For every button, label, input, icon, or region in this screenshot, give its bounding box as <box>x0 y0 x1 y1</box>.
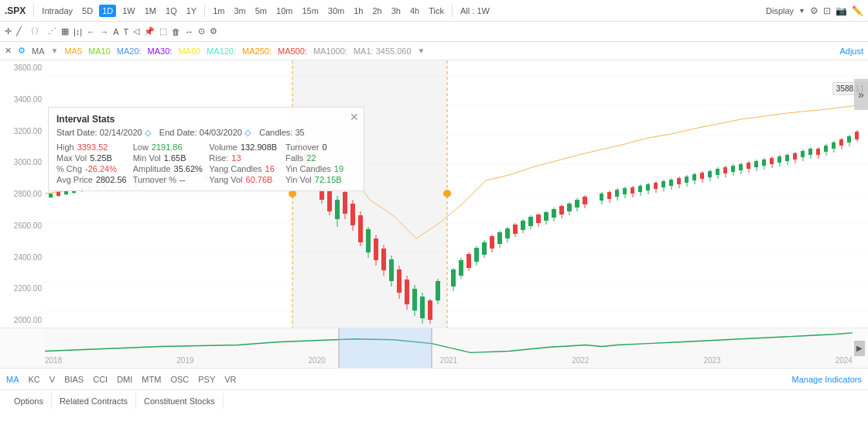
timeframe-5min[interactable]: 5m <box>252 5 270 17</box>
pin-tool[interactable]: 📌 <box>144 26 155 36</box>
timeframe-1min[interactable]: 1m <box>210 5 227 17</box>
timeframe-2h[interactable]: 2h <box>369 5 384 17</box>
nav-constituent-stocks[interactable]: Constituent Stocks <box>136 393 224 409</box>
indicator-dmi[interactable]: DMI <box>117 375 132 384</box>
svg-rect-214 <box>855 132 859 139</box>
stat-high: High 3393.52 <box>56 142 127 152</box>
mini-nav-right-arrow[interactable]: ▶ <box>854 341 865 356</box>
indicator-bias[interactable]: BIAS <box>64 375 84 384</box>
redo-icon[interactable]: → <box>100 27 108 36</box>
ma30-item[interactable]: MA30: <box>148 46 173 56</box>
mini-chart[interactable]: ◀ 2018 2019 2020 2021 2022 2023 2024 ▶ <box>0 328 868 368</box>
timeframe-5d[interactable]: 5D <box>79 5 96 17</box>
text-tool[interactable]: A <box>113 27 118 36</box>
timeframe-1d[interactable]: 1D <box>99 5 116 17</box>
timeframe-1q[interactable]: 1Q <box>162 5 180 17</box>
timeframe-30min[interactable]: 30m <box>325 5 347 17</box>
more-tool[interactable]: ↔ <box>185 27 193 36</box>
crosshair-tool[interactable]: ✛ <box>5 26 12 36</box>
svg-rect-148 <box>600 194 603 201</box>
svg-rect-208 <box>832 142 836 149</box>
manage-indicators-button[interactable]: Manage Indicators <box>792 375 863 384</box>
svg-rect-100 <box>397 269 402 293</box>
timeframe-3min[interactable]: 3m <box>231 5 248 17</box>
stat-pctchg-value: -26.24% <box>85 164 117 173</box>
range-end-dot[interactable] <box>443 190 451 197</box>
timeframe-10min[interactable]: 10m <box>273 5 296 17</box>
price-3600: 3600.00 <box>0 63 45 72</box>
timeframe-1h[interactable]: 1h <box>350 5 366 17</box>
draw-tool-2[interactable]: 〈〉 <box>26 26 43 37</box>
draw-tool-4[interactable]: ▦ <box>61 26 69 36</box>
timeframe-3h[interactable]: 3h <box>388 5 404 17</box>
timeframe-tick[interactable]: Tick <box>425 5 447 17</box>
ma-value-dropdown[interactable]: ▼ <box>418 46 425 55</box>
timeframe-4h[interactable]: 4h <box>407 5 422 17</box>
camera-icon[interactable]: 📷 <box>836 5 847 16</box>
display-button[interactable]: Display <box>766 6 794 15</box>
main-chart[interactable]: ✕ <box>45 60 868 328</box>
settings-icon[interactable]: ⚙ <box>810 5 818 16</box>
ticker-symbol[interactable]: .SPX <box>5 5 26 16</box>
year-2020: 2020 <box>309 356 326 365</box>
start-date-label: Start Date: <box>56 128 100 137</box>
ma-settings-icon[interactable]: ⚙ <box>18 46 26 56</box>
indicator-osc[interactable]: OSC <box>170 375 189 384</box>
svg-rect-130 <box>521 221 525 230</box>
stat-yang-candles-label: Yang Candles <box>209 164 261 173</box>
draw-tool-1[interactable]: ╱ <box>16 26 22 36</box>
indicator-ma[interactable]: MA <box>6 375 19 384</box>
nav-related-contracts[interactable]: Related Contracts <box>52 393 136 409</box>
indicator-kc[interactable]: KC <box>29 375 40 384</box>
ma500-item[interactable]: MA500: <box>278 46 307 56</box>
start-date-edit-icon[interactable]: ◇ <box>145 128 151 137</box>
draw-tool-5[interactable]: |↕| <box>73 27 82 36</box>
svg-rect-172 <box>692 174 696 180</box>
ma60-item[interactable]: MA60 <box>178 46 200 56</box>
expand-icon[interactable]: ⊡ <box>823 5 831 16</box>
adjust-button[interactable]: Adjust <box>839 46 863 56</box>
end-date-edit-icon[interactable]: ◇ <box>244 128 251 137</box>
ma250-item[interactable]: MA250: <box>242 46 272 56</box>
timeframe-1m[interactable]: 1M <box>142 5 159 17</box>
svg-rect-124 <box>497 232 502 244</box>
ma1000-item[interactable]: MA1000: <box>313 46 347 56</box>
ma120-item[interactable]: MA120: <box>207 46 236 56</box>
close-ma-icon[interactable]: ✕ <box>5 46 12 56</box>
bottom-nav: Options Related Contracts Constituent St… <box>0 389 868 411</box>
undo-icon[interactable]: ← <box>87 27 95 36</box>
indicator-psy[interactable]: PSY <box>198 375 215 384</box>
chart-scroll-right[interactable]: » <box>854 79 868 110</box>
price-tool[interactable]: T <box>124 27 129 36</box>
settings-tool[interactable]: ⚙ <box>210 26 217 36</box>
ma-dropdown-icon[interactable]: ▼ <box>51 46 59 55</box>
price-2000: 2000.00 <box>0 316 45 324</box>
indicator-mtm[interactable]: MTM <box>142 375 161 384</box>
link-tool[interactable]: ⊙ <box>198 26 205 36</box>
ma20-item[interactable]: MA20: <box>117 46 142 56</box>
stat-falls: Falls 22 <box>285 153 356 163</box>
stat-minvol-value: 1.65B <box>164 153 186 163</box>
draw-tool-3[interactable]: ⋰ <box>48 26 56 36</box>
indicator-v[interactable]: V <box>50 375 55 384</box>
indicator-cci[interactable]: CCI <box>93 375 108 384</box>
nav-options[interactable]: Options <box>6 393 52 409</box>
timeframe-all[interactable]: All : 1W <box>457 5 493 17</box>
edit-icon[interactable]: ✏️ <box>852 5 863 16</box>
fib-tool[interactable]: ◁ <box>133 26 139 36</box>
svg-rect-160 <box>646 184 650 190</box>
timeframe-intraday[interactable]: Intraday <box>39 5 76 17</box>
timeframe-15min[interactable]: 15m <box>299 5 321 17</box>
delete-tool[interactable]: 🗑 <box>172 27 180 36</box>
svg-rect-116 <box>466 254 471 268</box>
shape-tool[interactable]: ⬚ <box>159 26 167 36</box>
svg-rect-168 <box>677 178 681 184</box>
stat-high-label: High <box>56 142 74 152</box>
ma5-item[interactable]: MA5 <box>64 46 82 56</box>
timeframe-1w[interactable]: 1W <box>119 5 138 17</box>
ma10-item[interactable]: MA10 <box>88 46 111 56</box>
stats-close-button[interactable]: ✕ <box>350 111 359 123</box>
svg-rect-202 <box>808 149 812 155</box>
timeframe-1y[interactable]: 1Y <box>183 5 200 17</box>
indicator-vr[interactable]: VR <box>224 375 236 384</box>
